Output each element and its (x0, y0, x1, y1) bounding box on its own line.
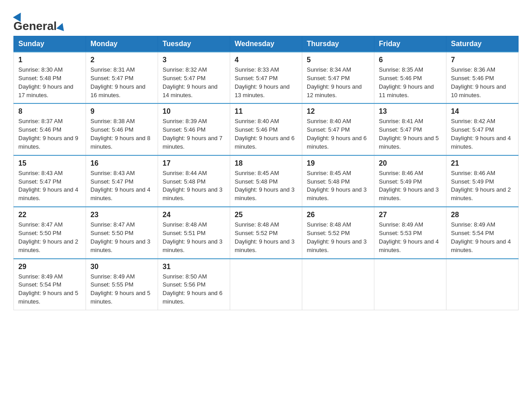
day-number: 5 (307, 56, 369, 64)
day-info: Sunrise: 8:35 AMSunset: 5:46 PMDaylight:… (379, 66, 442, 99)
empty-cell (230, 259, 302, 310)
day-info: Sunrise: 8:38 AMSunset: 5:46 PMDaylight:… (90, 117, 153, 151)
day-cell-24: 24Sunrise: 8:48 AMSunset: 5:51 PMDayligh… (158, 207, 230, 258)
day-cell-15: 15Sunrise: 8:43 AMSunset: 5:47 PMDayligh… (14, 155, 86, 207)
day-info: Sunrise: 8:31 AMSunset: 5:47 PMDaylight:… (90, 66, 153, 99)
day-number: 28 (451, 211, 514, 219)
empty-cell (302, 259, 374, 310)
day-number: 12 (307, 107, 369, 116)
day-info: Sunrise: 8:34 AMSunset: 5:47 PMDaylight:… (307, 66, 369, 99)
day-info: Sunrise: 8:49 AMSunset: 5:54 PMDaylight:… (18, 273, 81, 306)
day-number: 22 (18, 211, 81, 219)
day-info: Sunrise: 8:49 AMSunset: 5:54 PMDaylight:… (451, 221, 514, 254)
logo: General (13, 9, 66, 31)
day-info: Sunrise: 8:42 AMSunset: 5:47 PMDaylight:… (451, 117, 514, 151)
day-number: 10 (163, 107, 225, 116)
day-info: Sunrise: 8:48 AMSunset: 5:51 PMDaylight:… (163, 221, 225, 254)
week-row-2: 8Sunrise: 8:37 AMSunset: 5:46 PMDaylight… (14, 103, 519, 155)
day-header-monday: Monday (86, 36, 158, 52)
day-number: 29 (18, 263, 81, 271)
day-header-thursday: Thursday (302, 36, 374, 52)
logo-arrow-icon (56, 21, 66, 31)
header-row: SundayMondayTuesdayWednesdayThursdayFrid… (14, 36, 519, 52)
day-cell-28: 28Sunrise: 8:49 AMSunset: 5:54 PMDayligh… (446, 207, 519, 258)
day-number: 24 (163, 211, 225, 219)
day-cell-4: 4Sunrise: 8:33 AMSunset: 5:47 PMDaylight… (230, 52, 302, 103)
day-number: 6 (379, 56, 442, 64)
day-cell-30: 30Sunrise: 8:49 AMSunset: 5:55 PMDayligh… (86, 259, 158, 310)
day-number: 15 (18, 159, 81, 167)
day-info: Sunrise: 8:32 AMSunset: 5:47 PMDaylight:… (163, 66, 225, 99)
day-cell-22: 22Sunrise: 8:47 AMSunset: 5:50 PMDayligh… (14, 207, 86, 258)
day-cell-5: 5Sunrise: 8:34 AMSunset: 5:47 PMDaylight… (302, 52, 374, 103)
day-cell-2: 2Sunrise: 8:31 AMSunset: 5:47 PMDaylight… (86, 52, 158, 103)
day-cell-8: 8Sunrise: 8:37 AMSunset: 5:46 PMDaylight… (14, 103, 86, 155)
day-info: Sunrise: 8:33 AMSunset: 5:47 PMDaylight:… (235, 66, 297, 99)
day-info: Sunrise: 8:46 AMSunset: 5:49 PMDaylight:… (379, 169, 442, 203)
day-number: 7 (451, 56, 514, 64)
day-cell-31: 31Sunrise: 8:50 AMSunset: 5:56 PMDayligh… (158, 259, 230, 310)
day-header-tuesday: Tuesday (158, 36, 230, 52)
day-number: 3 (163, 56, 225, 64)
empty-cell (374, 259, 446, 310)
day-info: Sunrise: 8:40 AMSunset: 5:46 PMDaylight:… (235, 117, 297, 151)
day-number: 18 (235, 159, 297, 167)
day-header-friday: Friday (374, 36, 446, 52)
day-cell-9: 9Sunrise: 8:38 AMSunset: 5:46 PMDaylight… (86, 103, 158, 155)
day-cell-20: 20Sunrise: 8:46 AMSunset: 5:49 PMDayligh… (374, 155, 446, 207)
day-info: Sunrise: 8:39 AMSunset: 5:46 PMDaylight:… (163, 117, 225, 151)
day-cell-11: 11Sunrise: 8:40 AMSunset: 5:46 PMDayligh… (230, 103, 302, 155)
day-number: 25 (235, 211, 297, 219)
day-cell-12: 12Sunrise: 8:40 AMSunset: 5:47 PMDayligh… (302, 103, 374, 155)
day-number: 11 (235, 107, 297, 116)
day-info: Sunrise: 8:43 AMSunset: 5:47 PMDaylight:… (90, 169, 153, 203)
day-info: Sunrise: 8:45 AMSunset: 5:48 PMDaylight:… (235, 169, 297, 203)
day-number: 17 (163, 159, 225, 167)
day-header-sunday: Sunday (14, 36, 86, 52)
day-number: 16 (90, 159, 153, 167)
day-number: 1 (18, 56, 81, 64)
day-info: Sunrise: 8:48 AMSunset: 5:52 PMDaylight:… (235, 221, 297, 254)
day-number: 9 (90, 107, 153, 116)
week-row-3: 15Sunrise: 8:43 AMSunset: 5:47 PMDayligh… (14, 155, 519, 207)
day-cell-3: 3Sunrise: 8:32 AMSunset: 5:47 PMDaylight… (158, 52, 230, 103)
day-number: 31 (163, 263, 225, 271)
day-info: Sunrise: 8:47 AMSunset: 5:50 PMDaylight:… (90, 221, 153, 254)
day-number: 27 (379, 211, 442, 219)
day-number: 13 (379, 107, 442, 116)
day-cell-23: 23Sunrise: 8:47 AMSunset: 5:50 PMDayligh… (86, 207, 158, 258)
day-number: 21 (451, 159, 514, 167)
day-cell-21: 21Sunrise: 8:46 AMSunset: 5:49 PMDayligh… (446, 155, 519, 207)
day-cell-18: 18Sunrise: 8:45 AMSunset: 5:48 PMDayligh… (230, 155, 302, 207)
week-row-5: 29Sunrise: 8:49 AMSunset: 5:54 PMDayligh… (14, 259, 519, 310)
empty-cell (446, 259, 519, 310)
day-cell-27: 27Sunrise: 8:49 AMSunset: 5:53 PMDayligh… (374, 207, 446, 258)
calendar-table: SundayMondayTuesdayWednesdayThursdayFrid… (13, 36, 519, 310)
day-header-wednesday: Wednesday (230, 36, 302, 52)
day-number: 23 (90, 211, 153, 219)
day-cell-19: 19Sunrise: 8:45 AMSunset: 5:48 PMDayligh… (302, 155, 374, 207)
day-number: 30 (90, 263, 153, 271)
day-cell-14: 14Sunrise: 8:42 AMSunset: 5:47 PMDayligh… (446, 103, 519, 155)
day-cell-16: 16Sunrise: 8:43 AMSunset: 5:47 PMDayligh… (86, 155, 158, 207)
day-info: Sunrise: 8:47 AMSunset: 5:50 PMDaylight:… (18, 221, 81, 254)
page-header: General (13, 9, 519, 31)
day-cell-6: 6Sunrise: 8:35 AMSunset: 5:46 PMDaylight… (374, 52, 446, 103)
day-info: Sunrise: 8:49 AMSunset: 5:55 PMDaylight:… (90, 273, 153, 306)
week-row-4: 22Sunrise: 8:47 AMSunset: 5:50 PMDayligh… (14, 207, 519, 258)
day-cell-10: 10Sunrise: 8:39 AMSunset: 5:46 PMDayligh… (158, 103, 230, 155)
day-cell-13: 13Sunrise: 8:41 AMSunset: 5:47 PMDayligh… (374, 103, 446, 155)
day-info: Sunrise: 8:40 AMSunset: 5:47 PMDaylight:… (307, 117, 369, 151)
day-cell-25: 25Sunrise: 8:48 AMSunset: 5:52 PMDayligh… (230, 207, 302, 258)
day-info: Sunrise: 8:44 AMSunset: 5:48 PMDaylight:… (163, 169, 225, 203)
day-info: Sunrise: 8:48 AMSunset: 5:52 PMDaylight:… (307, 221, 369, 254)
day-cell-1: 1Sunrise: 8:30 AMSunset: 5:48 PMDaylight… (14, 52, 86, 103)
day-info: Sunrise: 8:41 AMSunset: 5:47 PMDaylight:… (379, 117, 442, 151)
day-number: 19 (307, 159, 369, 167)
week-row-1: 1Sunrise: 8:30 AMSunset: 5:48 PMDaylight… (14, 52, 519, 103)
day-info: Sunrise: 8:36 AMSunset: 5:46 PMDaylight:… (451, 66, 514, 99)
day-number: 8 (18, 107, 81, 116)
day-cell-29: 29Sunrise: 8:49 AMSunset: 5:54 PMDayligh… (14, 259, 86, 310)
day-info: Sunrise: 8:37 AMSunset: 5:46 PMDaylight:… (18, 117, 81, 151)
day-info: Sunrise: 8:30 AMSunset: 5:48 PMDaylight:… (18, 66, 81, 99)
